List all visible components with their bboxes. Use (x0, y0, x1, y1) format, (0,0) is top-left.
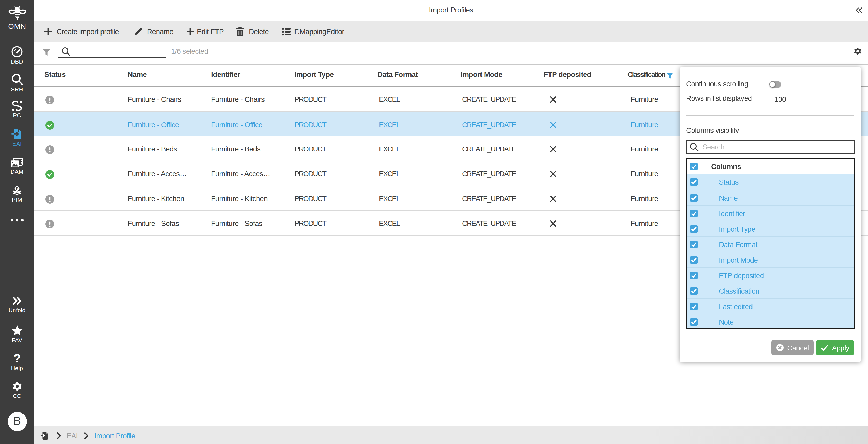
svg-text:P: P (16, 186, 18, 191)
